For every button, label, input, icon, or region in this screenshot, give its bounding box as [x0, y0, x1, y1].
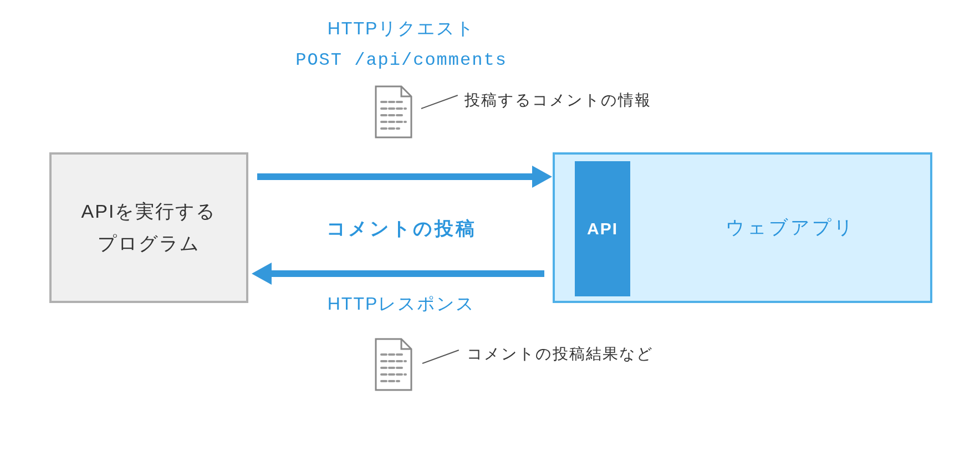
response-note: コメントの投稿結果など — [467, 343, 654, 365]
client-line2: プログラム — [98, 233, 200, 254]
response-arrow — [272, 270, 544, 277]
client-program-label: APIを実行する プログラム — [81, 196, 217, 260]
http-response-label: HTTPレスポンス — [257, 292, 545, 316]
response-note-connector — [422, 350, 459, 364]
endpoint-label: POST /api/comments — [257, 50, 545, 70]
response-document-icon — [371, 337, 416, 392]
request-arrow — [257, 173, 539, 180]
web-app-label: ウェブアプリ — [671, 215, 910, 240]
web-app-box: API ウェブアプリ — [553, 152, 932, 303]
request-note-connector — [421, 95, 458, 109]
client-line1: APIを実行する — [81, 201, 217, 222]
client-program-box: APIを実行する プログラム — [49, 152, 248, 303]
http-request-label: HTTPリクエスト — [257, 17, 545, 41]
request-document-icon — [371, 84, 416, 140]
request-note: 投稿するコメントの情報 — [465, 90, 651, 111]
action-label: コメントの投稿 — [257, 216, 545, 242]
api-badge: API — [575, 161, 630, 296]
